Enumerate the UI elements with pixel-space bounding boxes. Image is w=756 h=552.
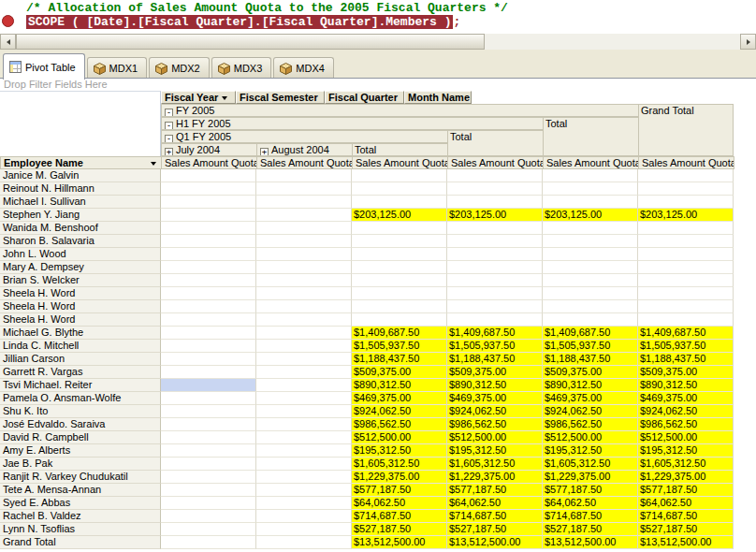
- value-cell[interactable]: [161, 261, 256, 274]
- value-cell[interactable]: [352, 287, 447, 300]
- row-header-cell[interactable]: Reinout N. Hillmann: [0, 182, 161, 196]
- value-cell[interactable]: [161, 392, 256, 405]
- value-cell[interactable]: $195,312.50: [543, 444, 638, 458]
- value-cell[interactable]: [256, 235, 352, 248]
- value-cell[interactable]: [256, 196, 352, 209]
- row-header-cell[interactable]: Michael I. Sullivan: [0, 196, 161, 209]
- row-header-cell[interactable]: Wanida M. Benshoof: [0, 222, 161, 235]
- value-cell[interactable]: [161, 405, 256, 418]
- value-cell[interactable]: $1,229,375.00: [352, 471, 447, 484]
- measure-header[interactable]: Sales Amount Quota: [352, 156, 448, 169]
- value-cell[interactable]: [161, 484, 256, 497]
- value-cell[interactable]: $469,375.00: [638, 392, 734, 405]
- row-header-cell[interactable]: Brian S. Welcker: [0, 274, 161, 287]
- value-cell[interactable]: [638, 287, 734, 300]
- value-cell[interactable]: [638, 182, 734, 196]
- value-cell[interactable]: $64,062.50: [447, 497, 543, 510]
- row-header-cell[interactable]: Mary A. Dempsey: [0, 261, 161, 274]
- row-header-cell[interactable]: Jae B. Pak: [0, 458, 161, 471]
- value-cell[interactable]: $203,125.00: [543, 209, 638, 222]
- value-cell[interactable]: $527,187.50: [543, 523, 638, 536]
- value-cell[interactable]: $527,187.50: [638, 523, 734, 536]
- tab-pivot-table[interactable]: Pivot Table: [3, 53, 85, 80]
- value-cell[interactable]: [161, 182, 256, 196]
- header-q1-total[interactable]: Total: [352, 143, 448, 156]
- value-cell[interactable]: $577,187.50: [447, 484, 543, 497]
- value-cell[interactable]: [161, 497, 256, 510]
- value-cell[interactable]: [543, 274, 638, 287]
- value-cell[interactable]: $1,188,437.50: [543, 353, 638, 366]
- value-cell[interactable]: $512,500.00: [638, 431, 734, 444]
- value-cell[interactable]: [256, 248, 352, 261]
- value-cell[interactable]: $509,375.00: [638, 366, 734, 379]
- value-cell[interactable]: $509,375.00: [543, 366, 638, 379]
- value-cell[interactable]: [161, 235, 256, 248]
- value-cell[interactable]: $986,562.50: [352, 418, 447, 431]
- value-cell[interactable]: $64,062.50: [543, 497, 638, 510]
- tab-mdx2[interactable]: MDX2: [149, 57, 210, 79]
- value-cell[interactable]: [447, 287, 543, 300]
- value-cell[interactable]: [447, 300, 543, 313]
- header-august-2004[interactable]: +August 2004: [256, 143, 353, 156]
- value-cell[interactable]: [256, 313, 352, 327]
- scroll-left-button[interactable]: [0, 34, 16, 50]
- value-cell[interactable]: $1,188,437.50: [638, 353, 734, 366]
- value-cell[interactable]: [638, 300, 734, 313]
- value-cell[interactable]: $714,687.50: [543, 510, 638, 523]
- value-cell[interactable]: $1,605,312.50: [638, 458, 734, 471]
- value-cell[interactable]: $1,229,375.00: [543, 471, 638, 484]
- value-cell[interactable]: [256, 379, 352, 392]
- value-cell[interactable]: [256, 327, 352, 340]
- value-cell[interactable]: $577,187.50: [352, 484, 447, 497]
- value-cell[interactable]: $714,687.50: [352, 510, 447, 523]
- value-cell[interactable]: [161, 327, 256, 340]
- value-cell[interactable]: $890,312.50: [543, 379, 638, 392]
- value-cell[interactable]: [161, 353, 256, 366]
- value-cell[interactable]: [161, 300, 256, 313]
- row-header-cell[interactable]: Lynn N. Tsoflias: [0, 523, 161, 536]
- value-cell[interactable]: [638, 274, 734, 287]
- value-cell[interactable]: [352, 300, 447, 313]
- row-header-cell[interactable]: Tete A. Mensa-Annan: [0, 484, 161, 497]
- value-cell[interactable]: $469,375.00: [447, 392, 543, 405]
- row-header-cell[interactable]: José Edvaldo. Saraiva: [0, 418, 161, 431]
- row-header-cell[interactable]: Garrett R. Vargas: [0, 366, 161, 379]
- value-cell[interactable]: [161, 222, 256, 235]
- value-cell[interactable]: $1,188,437.50: [352, 353, 447, 366]
- value-cell[interactable]: [352, 313, 447, 327]
- value-cell[interactable]: [256, 484, 352, 497]
- row-header-cell[interactable]: Amy E. Alberts: [0, 444, 161, 458]
- value-cell[interactable]: [638, 196, 734, 209]
- value-cell[interactable]: [447, 248, 543, 261]
- value-cell[interactable]: [638, 169, 734, 182]
- value-cell[interactable]: $924,062.50: [638, 405, 734, 418]
- value-cell[interactable]: $527,187.50: [447, 523, 543, 536]
- dropdown-icon[interactable]: [151, 162, 156, 166]
- value-cell[interactable]: [352, 248, 447, 261]
- value-cell[interactable]: $986,562.50: [543, 418, 638, 431]
- value-cell[interactable]: $512,500.00: [352, 431, 447, 444]
- value-cell[interactable]: $924,062.50: [447, 405, 543, 418]
- value-cell[interactable]: [638, 313, 734, 327]
- value-cell[interactable]: $195,312.50: [638, 444, 734, 458]
- value-cell[interactable]: $13,512,500.00: [352, 536, 447, 549]
- value-cell[interactable]: [352, 235, 447, 248]
- row-header-cell[interactable]: Jillian Carson: [0, 353, 161, 366]
- header-q1-fy2005[interactable]: -Q1 FY 2005: [161, 130, 448, 143]
- value-cell[interactable]: [256, 405, 352, 418]
- row-header-cell[interactable]: Sheela H. Word: [0, 300, 161, 313]
- value-cell[interactable]: [447, 274, 543, 287]
- value-cell[interactable]: [352, 196, 447, 209]
- row-header-cell[interactable]: Syed E. Abbas: [0, 497, 161, 510]
- value-cell[interactable]: [447, 169, 543, 182]
- column-field-fiscal-semester[interactable]: Fiscal Semester: [236, 91, 325, 104]
- column-field-month-name[interactable]: Month Name: [404, 91, 472, 104]
- value-cell[interactable]: [256, 353, 352, 366]
- value-cell[interactable]: $577,187.50: [638, 484, 734, 497]
- value-cell[interactable]: [543, 222, 638, 235]
- value-cell[interactable]: [447, 261, 543, 274]
- value-cell[interactable]: $64,062.50: [352, 497, 447, 510]
- row-header-cell[interactable]: Tsvi Michael. Reiter: [0, 379, 161, 392]
- value-cell[interactable]: [256, 222, 352, 235]
- value-cell[interactable]: [543, 235, 638, 248]
